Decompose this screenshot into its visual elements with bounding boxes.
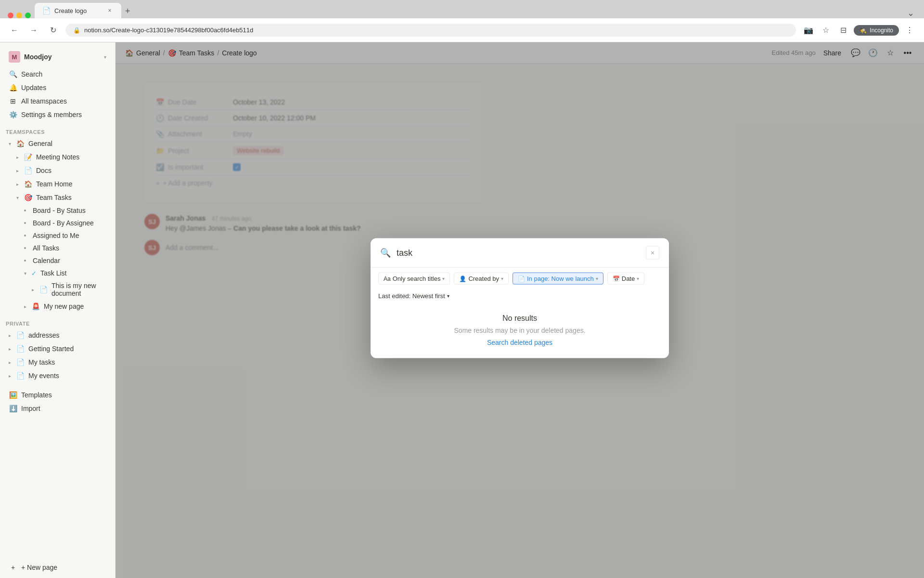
main-content: 🏠 General / 🎯 Team Tasks / Create logo E… <box>116 42 924 578</box>
new-page-button[interactable]: + + New page <box>3 561 112 574</box>
sidebar-item-meeting-notes[interactable]: ▸ 📝 Meeting Notes <box>3 151 112 163</box>
sidebar-item-team-tasks[interactable]: ▾ 🎯 Team Tasks <box>3 191 112 204</box>
sidebar-item-board-by-assignee[interactable]: Board - By Assignee <box>3 217 112 229</box>
sidebar-item-templates[interactable]: 🖼️ Templates <box>3 389 112 401</box>
updates-icon: 🔔 <box>9 83 17 92</box>
search-modal-input[interactable] <box>397 248 640 258</box>
refresh-button[interactable]: ↻ <box>46 24 60 37</box>
search-results: No results Some results may be in your d… <box>371 302 669 358</box>
search-modal: 🔍 × Aa Only search titles ▾ 👤 Created by… <box>371 238 669 358</box>
camera-icon[interactable]: 📷 <box>802 24 815 37</box>
tab-bar: 📄 Create logo × + ⌄ <box>0 0 924 18</box>
minimize-traffic-light[interactable] <box>16 13 22 18</box>
workspace-chevron-icon: ▾ <box>104 54 106 60</box>
sidebar-item-board-by-status[interactable]: Board - By Status <box>3 205 112 216</box>
sidebar-item-task-list[interactable]: ▾ ✓ Task List <box>3 267 112 279</box>
browser-menu-button[interactable]: ⋮ <box>903 24 916 37</box>
settings-icon: ⚙️ <box>9 110 17 119</box>
filter-in-page[interactable]: 📄 In page: Now we launch ▾ <box>513 273 603 285</box>
sidebar-item-updates[interactable]: 🔔 Updates <box>3 81 112 94</box>
app: M Moodjoy ▾ 🔍 Search 🔔 Updates ⊞ All tea… <box>0 42 924 578</box>
url-text: notion.so/Create-logo-c313019e78544298bf… <box>84 26 253 34</box>
teamspaces-icon: ⊞ <box>9 97 17 105</box>
sidebar-item-all-teamspaces[interactable]: ⊞ All teamspaces <box>3 95 112 107</box>
new-page-icon: + <box>9 563 17 572</box>
search-modal-close-button[interactable]: × <box>646 246 659 260</box>
filter-in-page-chevron: ▾ <box>596 276 598 281</box>
workspace-name: Moodjoy <box>24 53 52 61</box>
url-bar[interactable]: 🔒 notion.so/Create-logo-c313019e78544298… <box>65 24 796 37</box>
chevron-icon: ▸ <box>9 373 11 379</box>
dot-icon <box>24 247 26 249</box>
tab-layout-icon[interactable]: ⊟ <box>836 24 850 37</box>
sidebar-item-team-home[interactable]: ▸ 🏠 Team Home <box>3 178 112 190</box>
search-deleted-pages-link[interactable]: Search deleted pages <box>487 339 552 346</box>
sidebar-item-getting-started[interactable]: ▸ 📄 Getting Started <box>3 342 112 355</box>
chevron-icon: ▸ <box>16 182 19 187</box>
sidebar-item-general[interactable]: ▾ 🏠 General <box>3 137 112 150</box>
filter-created-by-icon: 👤 <box>459 275 466 282</box>
no-results-title: No results <box>380 314 659 323</box>
search-modal-header: 🔍 × <box>371 238 669 268</box>
templates-icon: 🖼️ <box>9 391 17 399</box>
chevron-icon: ▾ <box>9 141 11 146</box>
chevron-icon: ▸ <box>9 346 11 352</box>
chevron-icon: ▾ <box>24 271 26 276</box>
browser-actions: 📷 ☆ ⊟ 🕵️ Incognito ⋮ <box>802 24 916 37</box>
workspace-selector[interactable]: M Moodjoy ▾ <box>3 47 112 66</box>
sidebar-item-search[interactable]: 🔍 Search <box>3 68 112 80</box>
address-bar: ← → ↻ 🔒 notion.so/Create-logo-c313019e78… <box>0 18 924 42</box>
incognito-button[interactable]: 🕵️ Incognito <box>854 25 899 36</box>
fullscreen-traffic-light[interactable] <box>25 13 31 18</box>
search-sort-bar: Last edited: Newest first ▾ <box>371 289 669 302</box>
sort-label: Last edited: Newest first <box>378 292 445 300</box>
tab-favicon: 📄 <box>42 7 51 14</box>
import-icon: ⬇️ <box>9 404 17 413</box>
filter-created-by-label: Created by <box>468 275 499 282</box>
chevron-icon: ▸ <box>32 287 34 292</box>
sidebar-item-my-events[interactable]: ▸ 📄 My events <box>3 369 112 382</box>
filter-created-by-chevron: ▾ <box>501 276 503 281</box>
sort-button[interactable]: Last edited: Newest first ▾ <box>378 292 449 300</box>
forward-button[interactable]: → <box>27 24 40 37</box>
sidebar-item-import[interactable]: ⬇️ Import <box>3 402 112 415</box>
filter-only-titles[interactable]: Aa Only search titles ▾ <box>378 273 450 285</box>
sidebar-item-addresses[interactable]: ▸ 📄 addresses <box>3 329 112 342</box>
sidebar-item-all-tasks[interactable]: All Tasks <box>3 242 112 254</box>
search-filters: Aa Only search titles ▾ 👤 Created by ▾ 📄… <box>371 268 669 289</box>
dot-icon <box>24 260 26 262</box>
sidebar-item-my-new-page[interactable]: ▸ 🚨 My new page <box>3 300 112 313</box>
sidebar-item-docs[interactable]: ▸ 📄 Docs <box>3 164 112 177</box>
active-tab[interactable]: 📄 Create logo × <box>35 3 121 18</box>
sidebar-item-assigned-to-me[interactable]: Assigned to Me <box>3 230 112 241</box>
close-traffic-light[interactable] <box>8 13 13 18</box>
chevron-icon: ▾ <box>16 195 19 200</box>
tab-close-button[interactable]: × <box>106 7 114 14</box>
incognito-label: Incognito <box>870 27 893 34</box>
search-modal-icon: 🔍 <box>380 248 391 258</box>
sidebar-item-settings[interactable]: ⚙️ Settings & members <box>3 108 112 121</box>
dot-icon <box>24 210 26 211</box>
my-new-page-icon: 🚨 <box>31 302 40 311</box>
new-tab-button[interactable]: + <box>121 4 134 18</box>
team-home-icon: 🏠 <box>24 180 32 188</box>
teamspaces-section-label: Teamspaces <box>0 121 115 137</box>
sidebar-item-my-tasks[interactable]: ▸ 📄 My tasks <box>3 356 112 368</box>
workspace-icon: M <box>9 51 20 63</box>
tabs-menu-icon[interactable]: ⌄ <box>907 8 914 18</box>
star-icon[interactable]: ☆ <box>819 24 833 37</box>
sidebar-item-new-document[interactable]: ▸ 📄 This is my new document <box>3 280 112 299</box>
sidebar-item-calendar[interactable]: Calendar <box>3 255 112 266</box>
chevron-icon: ▸ <box>16 168 19 173</box>
general-icon: 🏠 <box>16 139 25 148</box>
close-icon: × <box>651 249 654 257</box>
traffic-lights <box>4 13 35 18</box>
chevron-icon: ▸ <box>16 155 19 160</box>
filter-created-by[interactable]: 👤 Created by ▾ <box>454 273 509 285</box>
back-button[interactable]: ← <box>8 24 21 37</box>
filter-date-chevron: ▾ <box>637 276 639 281</box>
document-icon: 📄 <box>39 285 48 294</box>
filter-titles-icon: Aa <box>384 275 391 282</box>
my-events-icon: 📄 <box>16 371 25 380</box>
filter-date[interactable]: 📅 Date ▾ <box>607 273 644 285</box>
